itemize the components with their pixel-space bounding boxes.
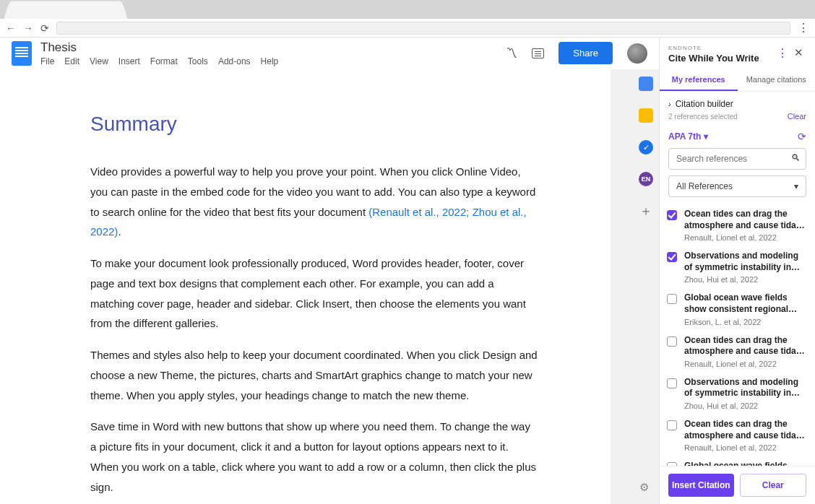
reference-meta: Zhou, Hui et al, 2022 (684, 401, 806, 410)
reference-item[interactable]: Observations and modeling of symmetric i… (660, 373, 815, 414)
selected-count: 2 references selected (668, 113, 738, 121)
reference-title: Ocean tides can drag the atmosphere and … (684, 209, 806, 231)
reference-item[interactable]: Global ocean wave fields show consistent… (660, 456, 815, 466)
reference-checkbox[interactable] (667, 336, 677, 347)
reference-meta: Renault, Lionel et al, 2022 (684, 360, 806, 368)
reference-checkbox[interactable] (667, 210, 677, 220)
clear-selection-link[interactable]: Clear (788, 112, 806, 121)
calendar-icon[interactable] (639, 77, 653, 91)
menu-addons[interactable]: Add-ons (218, 56, 251, 66)
reference-title: Observations and modeling of symmetric i… (684, 251, 806, 273)
menu-insert[interactable]: Insert (118, 56, 140, 66)
tab-my-references[interactable]: My references (660, 68, 738, 91)
reference-item[interactable]: Ocean tides can drag the atmosphere and … (660, 204, 815, 246)
reference-title: Ocean tides can drag the atmosphere and … (684, 335, 806, 357)
reference-checkbox[interactable] (667, 252, 677, 262)
reference-filter-select[interactable]: All References ▾ (668, 175, 806, 197)
browser-tab[interactable] (4, 1, 127, 19)
tasks-icon[interactable]: ✓ (639, 140, 653, 155)
chevron-down-icon: ▾ (794, 181, 798, 191)
paragraph: Video provides a powerful way to help yo… (90, 162, 538, 242)
clear-button[interactable]: Clear (740, 474, 807, 497)
sidebar-eyebrow: ENDNOTE (668, 45, 775, 51)
reference-title: Global ocean wave fields show consistent… (684, 292, 806, 315)
reference-title: Global ocean wave fields show consistent… (684, 461, 806, 466)
paragraph: Themes and styles also help to keep your… (90, 345, 538, 405)
reference-checkbox[interactable] (667, 378, 677, 388)
forward-icon[interactable]: → (23, 22, 33, 34)
share-button[interactable]: Share (559, 42, 613, 64)
reference-checkbox[interactable] (667, 294, 677, 304)
chevron-down-icon: ▾ (704, 131, 708, 142)
reference-title: Observations and modeling of symmetric i… (684, 377, 806, 399)
menu-help[interactable]: Help (261, 56, 279, 66)
browser-menu-icon[interactable]: ⋮ (798, 21, 809, 35)
url-bar[interactable] (56, 22, 790, 35)
reference-list[interactable]: Ocean tides can drag the atmosphere and … (660, 203, 815, 466)
activity-icon[interactable]: 〽 (506, 47, 517, 60)
add-addon-icon[interactable]: ＋ (639, 204, 653, 218)
document-page[interactable]: Summary Video provides a powerful way to… (0, 69, 611, 504)
reference-item[interactable]: Global ocean wave fields show consistent… (660, 288, 815, 330)
menu-bar: File Edit View Insert Format Tools Add-o… (40, 56, 497, 66)
search-icon[interactable]: 🔍︎ (791, 152, 801, 163)
reference-meta: Zhou, Hui et al, 2022 (684, 275, 806, 284)
browser-chrome: ← → ⟳ ⋮ (0, 0, 815, 38)
citation-builder-toggle[interactable]: › Citation builder (660, 92, 815, 112)
page-heading: Summary (90, 113, 538, 136)
reload-icon[interactable]: ⟳ (40, 22, 49, 34)
docs-header: Thesis File Edit View Insert Format Tool… (0, 38, 659, 69)
menu-view[interactable]: View (90, 56, 108, 66)
endnote-icon[interactable]: EN (639, 172, 653, 186)
reference-item[interactable]: Ocean tides can drag the atmosphere and … (660, 331, 815, 373)
settings-gear-icon[interactable]: ⚙ (639, 481, 649, 494)
reference-meta: Renault, Lionel et al, 2022 (684, 443, 806, 452)
endnote-sidebar: ENDNOTE Cite While You Write ⋮ ✕ My refe… (659, 38, 815, 504)
tab-manage-citations[interactable]: Manage citations (738, 68, 816, 91)
insert-citation-button[interactable]: Insert Citation (668, 474, 734, 497)
reference-checkbox[interactable] (667, 462, 677, 466)
citation-style-select[interactable]: APA 7th ▾ (668, 131, 708, 142)
browser-tabstrip (0, 0, 815, 19)
browser-toolbar: ← → ⟳ ⋮ (0, 19, 815, 38)
document-canvas: Summary Video provides a powerful way to… (0, 69, 659, 504)
menu-format[interactable]: Format (150, 56, 178, 66)
comments-icon[interactable] (532, 48, 544, 58)
menu-tools[interactable]: Tools (188, 56, 208, 66)
user-avatar[interactable] (627, 43, 647, 64)
doc-title[interactable]: Thesis (40, 40, 497, 55)
paragraph: Save time in Word with new buttons that … (90, 417, 538, 497)
chevron-right-icon: › (668, 100, 671, 108)
keep-icon[interactable] (639, 108, 653, 123)
citation-builder-label: Citation builder (676, 99, 733, 109)
sidebar-title: Cite While You Write (668, 53, 775, 64)
back-icon[interactable]: ← (6, 22, 16, 34)
side-panel-rail: ✓ EN ＋ (639, 77, 653, 218)
sidebar-more-icon[interactable]: ⋮ (775, 45, 790, 61)
refresh-icon[interactable]: ⟳ (798, 131, 806, 142)
sidebar-close-icon[interactable]: ✕ (790, 45, 806, 61)
reference-checkbox[interactable] (667, 420, 677, 430)
menu-edit[interactable]: Edit (64, 56, 79, 66)
reference-meta: Erikson, L. et al, 2022 (684, 318, 806, 326)
reference-item[interactable]: Observations and modeling of symmetric i… (660, 246, 815, 288)
search-references: 🔍︎ (668, 148, 806, 170)
reference-item[interactable]: Ocean tides can drag the atmosphere and … (660, 414, 815, 456)
docs-logo-icon[interactable] (12, 41, 32, 66)
menu-file[interactable]: File (40, 56, 54, 66)
paragraph: To make your document look professionall… (90, 253, 538, 334)
search-input[interactable] (668, 148, 806, 170)
reference-title: Ocean tides can drag the atmosphere and … (684, 419, 806, 441)
reference-meta: Renault, Lionel et al, 2022 (684, 233, 806, 242)
